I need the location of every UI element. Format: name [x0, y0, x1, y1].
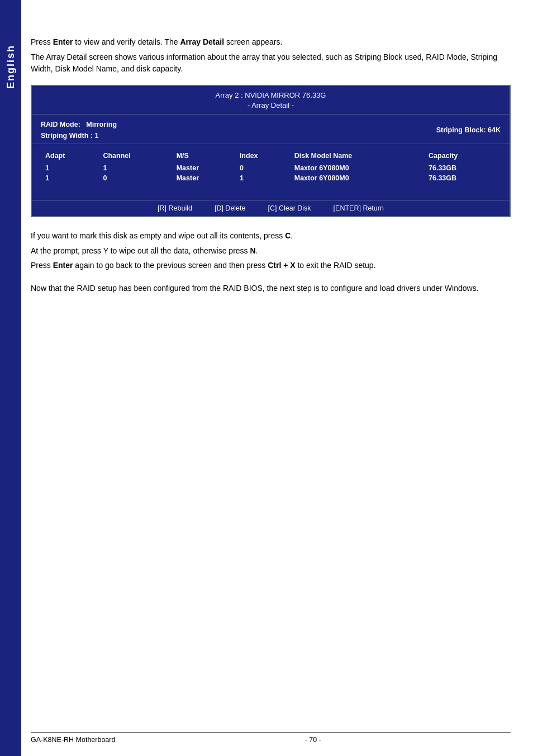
- intro-line1: Press Enter to view and verify details. …: [31, 36, 511, 48]
- cell-adapt-1: 1: [41, 163, 98, 173]
- col-header-ms: M/S: [172, 150, 235, 163]
- sidebar: English: [0, 0, 21, 756]
- cell-ms-1: Master: [172, 163, 235, 173]
- col-header-capacity: Capacity: [424, 150, 501, 163]
- col-header-adapt: Adapt: [41, 150, 98, 163]
- bios-screenshot-box: Array 2 : NVIDIA MIRROR 76.33G - Array D…: [31, 85, 511, 217]
- table-row: 1 1 Master 0 Maxtor 6Y080M0 76.33GB: [41, 163, 501, 173]
- table-row: 1 0 Master 1 Maxtor 6Y080M0 76.33GB: [41, 173, 501, 183]
- key-n: N: [250, 246, 255, 255]
- key-c: C: [285, 231, 291, 240]
- cell-adapt-2: 1: [41, 173, 98, 183]
- cell-disk-2: Maxtor 6Y080M0: [290, 173, 424, 183]
- striping-block-label: Striping Block: 64K: [436, 126, 501, 134]
- cell-channel-1: 1: [98, 163, 172, 173]
- bios-title: Array 2 : NVIDIA MIRROR 76.33G - Array D…: [32, 86, 510, 114]
- bios-info-right: Striping Block: 64K: [436, 119, 501, 141]
- striping-width: Striping Width : 1: [41, 130, 117, 141]
- shortcut-delete: [D] Delete: [215, 204, 246, 212]
- cell-capacity-1: 76.33GB: [424, 163, 501, 173]
- shortcut-return: [ENTER] Return: [334, 204, 384, 212]
- shortcut-clear-disk: [C] Clear Disk: [268, 204, 311, 212]
- intro-line2: The Array Detail screen shows various in…: [31, 51, 511, 75]
- cell-capacity-2: 76.33GB: [424, 173, 501, 183]
- instruction-line2: At the prompt, press Y to wipe out all t…: [31, 245, 511, 257]
- cell-index-2: 1: [235, 173, 290, 183]
- enter-key-1: Enter: [53, 37, 73, 46]
- footer-left: GA-K8NE-RH Motherboard: [31, 736, 115, 744]
- bios-title-line2: - Array Detail -: [37, 101, 504, 111]
- cell-channel-2: 0: [98, 173, 172, 183]
- bios-info-left: RAID Mode: Mirroring Striping Width : 1: [41, 119, 117, 141]
- instruction-line3: Press Enter again to go back to the prev…: [31, 259, 511, 271]
- bios-table-area: Adapt Channel M/S Index Disk Model Name …: [32, 144, 510, 200]
- col-header-index: Index: [235, 150, 290, 163]
- key-ctrl-x: Ctrl + X: [268, 261, 295, 270]
- bios-footer: [R] Rebuild [D] Delete [C] Clear Disk [E…: [32, 200, 510, 216]
- striping-width-label: Striping Width : 1: [41, 132, 98, 140]
- raid-mode: RAID Mode: Mirroring: [41, 119, 117, 130]
- array-detail-label: Array Detail: [180, 37, 224, 46]
- key-enter-2: Enter: [53, 261, 73, 270]
- bios-info-row: RAID Mode: Mirroring Striping Width : 1 …: [32, 114, 510, 144]
- main-content: Press Enter to view and verify details. …: [31, 0, 511, 330]
- table-header-row: Adapt Channel M/S Index Disk Model Name …: [41, 150, 501, 163]
- col-header-channel: Channel: [98, 150, 172, 163]
- cell-ms-2: Master: [172, 173, 235, 183]
- col-header-disk-model: Disk Model Name: [290, 150, 424, 163]
- bios-title-line1: Array 2 : NVIDIA MIRROR 76.33G: [37, 90, 504, 101]
- instruction-line1: If you want to mark this disk as empty a…: [31, 229, 511, 242]
- shortcut-rebuild: [R] Rebuild: [158, 204, 192, 212]
- sidebar-label: English: [5, 45, 17, 89]
- raid-mode-label: RAID Mode: Mirroring: [41, 121, 117, 128]
- footer-center: - 70 -: [305, 736, 321, 744]
- page-footer: GA-K8NE-RH Motherboard - 70 -: [31, 732, 511, 744]
- intro-text: Press Enter to view and verify details. …: [31, 36, 511, 75]
- disk-table: Adapt Channel M/S Index Disk Model Name …: [41, 150, 501, 183]
- cell-index-1: 0: [235, 163, 290, 173]
- instruction-para2: Now that the RAID setup has been configu…: [31, 282, 511, 294]
- cell-disk-1: Maxtor 6Y080M0: [290, 163, 424, 173]
- instructions-text: If you want to mark this disk as empty a…: [31, 229, 511, 294]
